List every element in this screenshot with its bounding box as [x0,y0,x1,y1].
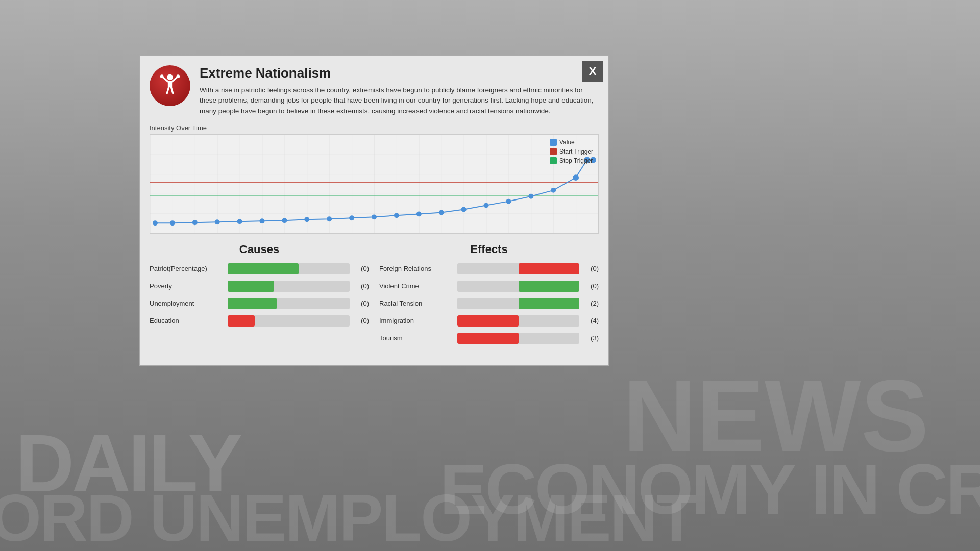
cause-education-value: (0) [354,317,369,324]
effect-foreign-row: Foreign Relations (0) [379,263,599,274]
cause-unemployment-bar [228,298,277,309]
cause-patriot-row: Patriot(Percentage) (0) [150,263,369,274]
svg-point-12 [153,220,158,226]
chart-section: Intensity Over Time [140,121,608,234]
effect-center-line-4 [519,315,519,327]
legend-start-dot [550,148,557,155]
effect-tourism-row: Tourism (3) [379,333,599,344]
effect-racial-bar-container [457,298,579,309]
effect-foreign-value: (0) [583,265,599,272]
effect-foreign-label: Foreign Relations [379,265,453,272]
effect-immigration-bar [457,315,519,327]
effect-tourism-label: Tourism [379,334,453,342]
cause-education-bar-container [228,315,350,327]
effect-immigration-label: Immigration [379,317,453,324]
effect-tourism-value: (3) [583,334,599,342]
effect-center-line-2 [519,281,519,292]
effect-violent-row: Violent Crime (0) [379,281,599,292]
cause-unemployment-value: (0) [354,299,369,307]
svg-point-3 [160,74,164,78]
event-icon [150,65,190,106]
svg-point-18 [282,218,287,223]
svg-point-13 [170,220,175,226]
modal-panel: Extreme Nationalism With a rise in patri… [139,55,609,366]
cause-poverty-bar-container [228,281,350,292]
effect-violent-bar [519,281,580,292]
svg-point-25 [439,210,444,215]
svg-point-0 [167,74,173,81]
effect-center-line-1 [519,263,519,274]
svg-point-16 [237,219,242,224]
newspaper-news: NEWS [623,357,929,474]
cause-patriot-value: (0) [354,265,369,272]
effect-violent-value: (0) [583,282,599,290]
cause-patriot-label: Patriot(Percentage) [150,265,224,272]
svg-point-17 [260,218,265,223]
svg-point-31 [573,174,579,181]
effect-tourism-bar-container [457,333,579,344]
effect-immigration-value: (4) [583,317,599,324]
effect-racial-label: Racial Tension [379,299,453,307]
cause-poverty-row: Poverty (0) [150,281,369,292]
svg-point-28 [506,198,511,204]
effects-column: Effects Foreign Relations (0) Violent Cr… [379,243,599,350]
cause-unemployment-row: Unemployment (0) [150,298,369,309]
effect-tourism-bar [457,333,519,344]
modal-title-area: Extreme Nationalism With a rise in patri… [200,65,599,116]
cause-patriot-bar-container [228,263,350,274]
legend-value: Value [550,139,593,146]
effect-violent-label: Violent Crime [379,282,453,290]
effect-immigration-bar-container [457,315,579,327]
effect-racial-bar [519,298,580,309]
effect-foreign-bar-container [457,263,579,274]
svg-point-29 [528,194,533,199]
cause-poverty-value: (0) [354,282,369,290]
effect-immigration-row: Immigration (4) [379,315,599,327]
modal-title: Extreme Nationalism [200,65,599,81]
svg-point-30 [551,188,556,193]
close-button[interactable]: X [582,61,603,82]
svg-point-20 [327,216,332,221]
chart-legend: Value Start Trigger Stop Trigger [550,139,593,164]
legend-value-dot [550,139,557,146]
cause-poverty-bar [228,281,274,292]
modal-description: With a rise in patriotic feelings across… [200,85,599,116]
cause-education-row: Education (0) [150,315,369,327]
cause-education-label: Education [150,317,224,324]
svg-point-27 [484,203,489,208]
legend-stop-dot [550,157,557,164]
svg-point-15 [215,219,220,224]
effect-foreign-bar [519,263,580,274]
effect-racial-row: Racial Tension (2) [379,298,599,309]
modal-header: Extreme Nationalism With a rise in patri… [140,56,608,121]
svg-point-23 [394,213,399,218]
legend-start-label: Start Trigger [559,148,593,155]
cause-poverty-label: Poverty [150,282,224,290]
cause-education-bar [228,315,255,327]
causes-effects-section: Causes Patriot(Percentage) (0) Poverty (… [140,238,608,350]
svg-point-22 [372,214,377,219]
legend-value-label: Value [559,139,575,146]
nationalism-icon-svg [157,73,183,98]
effects-title: Effects [379,243,599,256]
svg-point-14 [192,220,198,225]
legend-stop-label: Stop Trigger [559,157,593,164]
svg-point-26 [461,207,467,212]
svg-line-6 [167,87,168,93]
svg-point-19 [304,217,309,222]
cause-unemployment-label: Unemployment [150,299,224,307]
legend-start-trigger: Start Trigger [550,148,593,155]
svg-point-5 [177,74,180,78]
effect-violent-bar-container [457,281,579,292]
svg-point-21 [349,215,354,220]
cause-unemployment-bar-container [228,298,350,309]
cause-patriot-bar [228,263,299,274]
effect-racial-value: (2) [583,299,599,307]
svg-line-7 [172,87,173,93]
legend-stop-trigger: Stop Trigger [550,157,593,164]
effect-center-line-3 [519,298,519,309]
causes-column: Causes Patriot(Percentage) (0) Poverty (… [150,243,369,350]
svg-point-24 [416,211,422,216]
chart-title: Intensity Over Time [150,124,599,132]
chart-container: Value Start Trigger Stop Trigger [150,134,599,234]
